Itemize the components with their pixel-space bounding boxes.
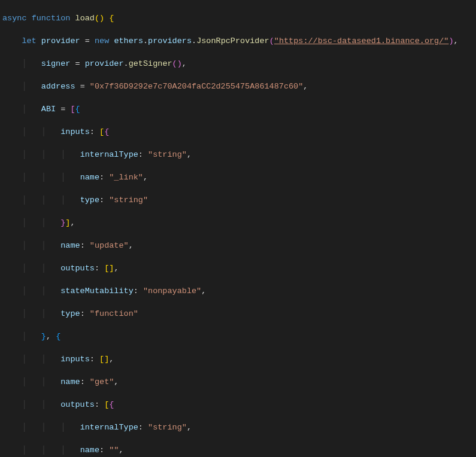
code-line: │ │ type: "function" — [2, 308, 474, 319]
code-line: │ │ │ type: "string" — [2, 194, 474, 206]
code-line: │ │ │ name: "", — [2, 444, 474, 456]
code-line: │ │ outputs: [], — [2, 263, 474, 274]
code-line: │ │ }], — [2, 217, 474, 228]
rpc-url[interactable]: "https://bsc-dataseed1.binance.org/" — [274, 36, 449, 45]
code-line: │ │ │ internalType: "string", — [2, 149, 474, 160]
code-line: │ │ name: "get", — [2, 376, 474, 388]
keyword-new: new — [95, 36, 109, 45]
code-line: │ │ outputs: [{ — [2, 399, 474, 410]
keyword-async: async — [2, 14, 27, 23]
code-line: │ ABI = [{ — [2, 103, 474, 115]
code-line: │ │ │ name: "_link", — [2, 172, 474, 183]
code-line: │ │ inputs: [{ — [2, 126, 474, 138]
code-line: async function load() { — [2, 13, 474, 24]
var-provider: provider — [41, 36, 80, 45]
code-editor[interactable]: async function load() { let provider = n… — [0, 0, 476, 457]
code-line: │ │ │ internalType: "string", — [2, 422, 474, 433]
code-line: │ address = "0x7f36D9292e7c70A204faCC2d2… — [2, 81, 474, 92]
code-line: │ │ inputs: [], — [2, 354, 474, 365]
fn-load: load — [75, 14, 95, 23]
code-line: │ │ name: "update", — [2, 240, 474, 251]
code-line: │ │ stateMutability: "nonpayable", — [2, 285, 474, 297]
code-line: │ signer = provider.getSigner(), — [2, 58, 474, 69]
code-line: let provider = new ethers.providers.Json… — [2, 35, 474, 47]
keyword-let: let — [22, 36, 36, 45]
keyword-function: function — [32, 14, 71, 23]
address-literal: "0x7f36D9292e7c70A204faCC2d255475A861487… — [90, 82, 303, 91]
code-line: │ }, { — [2, 331, 474, 342]
